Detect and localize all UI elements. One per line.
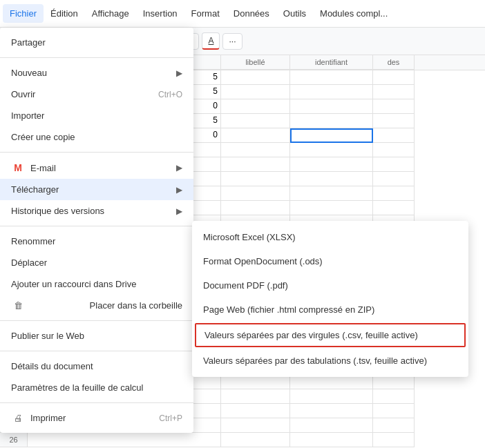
cell-g24[interactable] bbox=[373, 404, 415, 418]
cell-g9[interactable] bbox=[373, 186, 415, 201]
cell-f22[interactable] bbox=[290, 375, 373, 389]
cell-f3[interactable] bbox=[290, 99, 373, 114]
menu-parametres[interactable]: Paramètres de la feuille de calcul bbox=[0, 377, 193, 398]
menu-format[interactable]: Format bbox=[184, 4, 227, 23]
menu-imprimer[interactable]: 🖨 Imprimer Ctrl+P bbox=[0, 407, 193, 429]
menu-fichier[interactable]: Fichier bbox=[3, 4, 44, 23]
cell-e26[interactable] bbox=[221, 433, 290, 447]
menu-corbeille[interactable]: 🗑 Placer dans la corbeille bbox=[0, 295, 193, 316]
partager-label: Partager bbox=[11, 37, 46, 48]
menu-telecharger[interactable]: Télécharger ▶ bbox=[0, 179, 193, 200]
cell-f25[interactable] bbox=[290, 418, 373, 433]
cell-e6[interactable] bbox=[221, 143, 290, 157]
corbeille-label: Placer dans la corbeille bbox=[90, 300, 182, 311]
cell-f8[interactable] bbox=[290, 172, 373, 186]
menu-donnees[interactable]: Données bbox=[227, 4, 276, 23]
cell-g2[interactable] bbox=[373, 85, 415, 99]
col-e-header: libellé bbox=[221, 55, 290, 70]
html-label: Page Web (fichier .html compressé en ZIP… bbox=[203, 304, 374, 315]
nouveau-label: Nouveau bbox=[11, 68, 47, 78]
submenu-xlsx[interactable]: Microsoft Excel (XLSX) bbox=[192, 225, 468, 249]
cell-e10[interactable] bbox=[221, 201, 290, 215]
csv-label: Valeurs séparées par des virgules (.csv,… bbox=[205, 330, 418, 340]
cell-g26[interactable] bbox=[373, 433, 415, 447]
cell-g25[interactable] bbox=[373, 418, 415, 433]
cell-g3[interactable] bbox=[373, 99, 415, 114]
menu-renommer[interactable]: Renommer bbox=[0, 231, 193, 252]
menu-insertion[interactable]: Insertion bbox=[136, 4, 184, 23]
xlsx-label: Microsoft Excel (XLSX) bbox=[203, 232, 296, 242]
cell-f1[interactable] bbox=[290, 70, 373, 85]
cell-g23[interactable] bbox=[373, 389, 415, 404]
cell-g22[interactable] bbox=[373, 375, 415, 389]
menu-outils[interactable]: Outils bbox=[276, 4, 313, 23]
submenu-tsv[interactable]: Valeurs séparées par des tabulations (.t… bbox=[192, 349, 468, 373]
cell-e22[interactable] bbox=[221, 375, 290, 389]
underline-button[interactable]: A bbox=[202, 32, 220, 50]
divider-6 bbox=[0, 402, 193, 403]
menu-deplacer[interactable]: Déplacer bbox=[0, 252, 193, 273]
cell-e25[interactable] bbox=[221, 418, 290, 433]
pdf-label: Document PDF (.pdf) bbox=[203, 280, 288, 291]
ouvrir-label: Ouvrir bbox=[11, 89, 35, 99]
menu-details[interactable]: Détails du document bbox=[0, 356, 193, 377]
more-button[interactable]: ··· bbox=[222, 33, 242, 50]
cell-f7[interactable] bbox=[290, 157, 373, 172]
historique-label: Historique des versions bbox=[11, 206, 171, 216]
cell-e3[interactable] bbox=[221, 99, 290, 114]
cell-f5-selected[interactable] bbox=[290, 128, 373, 143]
menu-creer-copie[interactable]: Créer une copie bbox=[0, 126, 193, 148]
cell-g7[interactable] bbox=[373, 157, 415, 172]
submenu-csv[interactable]: Valeurs séparées par des virgules (.csv,… bbox=[195, 323, 466, 347]
cell-g4[interactable] bbox=[373, 114, 415, 128]
cell-f23[interactable] bbox=[290, 389, 373, 404]
ouvrir-shortcut: Ctrl+O bbox=[158, 90, 182, 99]
cell-e5[interactable] bbox=[221, 128, 290, 143]
menu-importer[interactable]: Importer bbox=[0, 105, 193, 126]
cell-f24[interactable] bbox=[290, 404, 373, 418]
cell-f10[interactable] bbox=[290, 201, 373, 215]
row-header-26: 26 bbox=[0, 433, 28, 447]
cell-e4[interactable] bbox=[221, 114, 290, 128]
cell-f4[interactable] bbox=[290, 114, 373, 128]
menu-modules[interactable]: Modules compl... bbox=[313, 4, 394, 23]
cell-d26[interactable] bbox=[28, 433, 221, 447]
fichier-dropdown: Partager Nouveau ▶ Ouvrir Ctrl+O Importe… bbox=[0, 28, 193, 433]
menu-historique[interactable]: Historique des versions ▶ bbox=[0, 200, 193, 222]
gmail-icon: M bbox=[11, 162, 25, 173]
cell-g5[interactable] bbox=[373, 128, 415, 143]
submenu-ods[interactable]: Format OpenDocument (.ods) bbox=[192, 249, 468, 273]
cell-e8[interactable] bbox=[221, 172, 290, 186]
menu-email[interactable]: M E-mail ▶ bbox=[0, 157, 193, 179]
submenu-pdf[interactable]: Document PDF (.pdf) bbox=[192, 273, 468, 298]
cell-e24[interactable] bbox=[221, 404, 290, 418]
menu-nouveau[interactable]: Nouveau ▶ bbox=[0, 62, 193, 84]
cell-f6[interactable] bbox=[290, 143, 373, 157]
email-arrow: ▶ bbox=[176, 163, 182, 173]
cell-g10[interactable] bbox=[373, 201, 415, 215]
cell-e23[interactable] bbox=[221, 389, 290, 404]
cell-f2[interactable] bbox=[290, 85, 373, 99]
cell-e7[interactable] bbox=[221, 157, 290, 172]
cell-e9[interactable] bbox=[221, 186, 290, 201]
divider-3 bbox=[0, 226, 193, 226]
cell-e1[interactable] bbox=[221, 70, 290, 85]
menu-ajouter-raccourci[interactable]: Ajouter un raccourci dans Drive bbox=[0, 273, 193, 295]
menu-edition[interactable]: Édition bbox=[44, 4, 85, 23]
cell-g1[interactable] bbox=[373, 70, 415, 85]
cell-e2[interactable] bbox=[221, 85, 290, 99]
cell-f9[interactable] bbox=[290, 186, 373, 201]
cell-f26[interactable] bbox=[290, 433, 373, 447]
menu-publier[interactable]: Publier sur le Web bbox=[0, 325, 193, 347]
menu-affichage[interactable]: Affichage bbox=[85, 4, 136, 23]
cell-g8[interactable] bbox=[373, 172, 415, 186]
deplacer-label: Déplacer bbox=[11, 257, 47, 268]
trash-icon: 🗑 bbox=[11, 300, 25, 311]
nouveau-arrow: ▶ bbox=[176, 68, 182, 78]
menu-ouvrir[interactable]: Ouvrir Ctrl+O bbox=[0, 84, 193, 105]
menu-partager[interactable]: Partager bbox=[0, 32, 193, 53]
cell-g6[interactable] bbox=[373, 143, 415, 157]
submenu-html[interactable]: Page Web (fichier .html compressé en ZIP… bbox=[192, 298, 468, 322]
divider-4 bbox=[0, 320, 193, 321]
divider-5 bbox=[0, 351, 193, 351]
